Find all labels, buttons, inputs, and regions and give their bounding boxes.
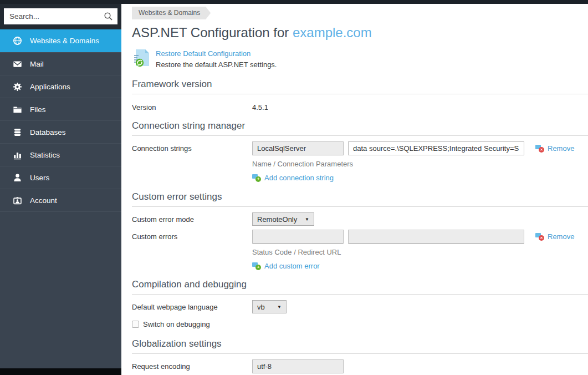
request-encoding-input[interactable] (252, 359, 344, 373)
add-connection-string-label: Add connection string (264, 174, 334, 182)
default-webpage-language-label: Default webpage language (132, 300, 252, 311)
globe-icon (13, 36, 22, 45)
custom-error-redirect-url-input[interactable] (348, 230, 524, 244)
breadcrumb[interactable]: Websites & Domains (132, 7, 211, 19)
sidebar-item-label: Files (30, 105, 46, 114)
sidebar-item-label: Applications (30, 83, 70, 91)
sidebar-item-account[interactable]: Account (0, 189, 121, 211)
restore-tool-description: Restore the default ASP.NET settings. (156, 60, 277, 70)
connection-hint: Name / Connection Parameters (252, 160, 574, 168)
database-icon (13, 128, 22, 137)
switch-on-debugging-checkbox[interactable] (132, 321, 139, 328)
custom-error-mode-select[interactable]: RemoteOnly ▼ (252, 212, 314, 226)
remove-icon: × (535, 145, 544, 153)
remove-icon: × (535, 233, 544, 241)
user-icon (13, 173, 22, 183)
sidebar-item-mail[interactable]: Mail (0, 52, 121, 75)
sidebar-filler (0, 211, 121, 368)
sidebar-item-applications[interactable]: Applications (0, 75, 121, 98)
sidebar-item-label: Mail (30, 60, 44, 68)
page-title: ASP.NET Configuration for example.com (132, 23, 588, 42)
restore-default-configuration-link[interactable]: Restore Default Configuration (156, 49, 250, 58)
gear-icon (13, 82, 22, 92)
default-webpage-language-select[interactable]: vb ▼ (252, 300, 287, 313)
custom-errors-hint: Status Code / Redirect URL (252, 248, 574, 256)
breadcrumb-label: Websites & Domains (139, 9, 200, 17)
remove-label: Remove (548, 232, 574, 241)
restore-config-icon (132, 49, 150, 68)
add-icon: + (252, 174, 261, 182)
connection-strings-label: Connection strings (132, 141, 252, 153)
custom-error-status-code-input[interactable] (252, 230, 344, 244)
switch-on-debugging-row: Switch on debugging (132, 320, 588, 328)
page-title-text: ASP.NET Configuration for (132, 25, 293, 40)
sidebar-item-label: Users (30, 174, 49, 182)
sidebar-item-websites-domains[interactable]: Websites & Domains (0, 29, 121, 52)
request-encoding-label: Request encoding (132, 359, 252, 371)
custom-error-mode-label: Custom error mode (132, 212, 252, 224)
sidebar-item-users[interactable]: Users (0, 166, 121, 189)
section-globalization-settings: Globalization settings (132, 338, 588, 354)
section-compilation-debugging: Compilation and debugging (132, 279, 588, 295)
search-icon (104, 12, 113, 21)
default-webpage-language-value: vb (257, 303, 265, 311)
top-bar (0, 0, 588, 4)
folder-icon (13, 105, 22, 114)
sidebar-item-files[interactable]: Files (0, 98, 121, 120)
section-custom-error-settings: Custom error settings (132, 191, 588, 207)
sidebar-item-label: Account (30, 196, 57, 205)
account-badge-icon (13, 196, 22, 205)
add-icon: + (252, 262, 261, 270)
connection-name-input[interactable] (252, 141, 344, 155)
add-custom-error-label: Add custom error (264, 262, 320, 270)
connection-parameters-input[interactable] (348, 141, 524, 155)
sidebar-item-label: Websites & Domains (30, 37, 99, 45)
sidebar-search (0, 4, 121, 29)
section-framework-version: Framework version (132, 79, 588, 94)
remove-label: Remove (548, 144, 574, 153)
main-content: Websites & Domains ASP.NET Configuration… (121, 4, 588, 375)
sidebar-item-label: Databases (30, 128, 66, 136)
sidebar-item-statistics[interactable]: Statistics (0, 143, 121, 166)
remove-connection-string-link[interactable]: × Remove (535, 144, 574, 153)
sidebar-item-label: Statistics (30, 151, 60, 159)
custom-errors-label: Custom errors (132, 230, 252, 241)
version-value: 4.5.1 (252, 103, 268, 112)
mail-icon (13, 59, 22, 69)
statistics-icon (13, 150, 22, 160)
switch-on-debugging-label: Switch on debugging (143, 320, 210, 328)
sidebar-item-databases[interactable]: Databases (0, 120, 121, 143)
remove-custom-error-link[interactable]: × Remove (535, 232, 574, 241)
restore-tool: Restore Default Configuration Restore th… (132, 49, 588, 70)
domain-link[interactable]: example.com (293, 25, 372, 40)
chevron-down-icon: ▼ (277, 305, 282, 310)
version-label: Version (132, 103, 252, 112)
sidebar: Websites & Domains Mail Applications Fil… (0, 4, 121, 375)
add-custom-error-link[interactable]: + Add custom error (252, 262, 574, 270)
search-input[interactable] (4, 8, 117, 24)
chevron-down-icon: ▼ (305, 217, 309, 222)
custom-error-mode-value: RemoteOnly (257, 215, 297, 224)
add-connection-string-link[interactable]: + Add connection string (252, 174, 574, 182)
section-connection-string-manager: Connection string manager (132, 120, 588, 136)
